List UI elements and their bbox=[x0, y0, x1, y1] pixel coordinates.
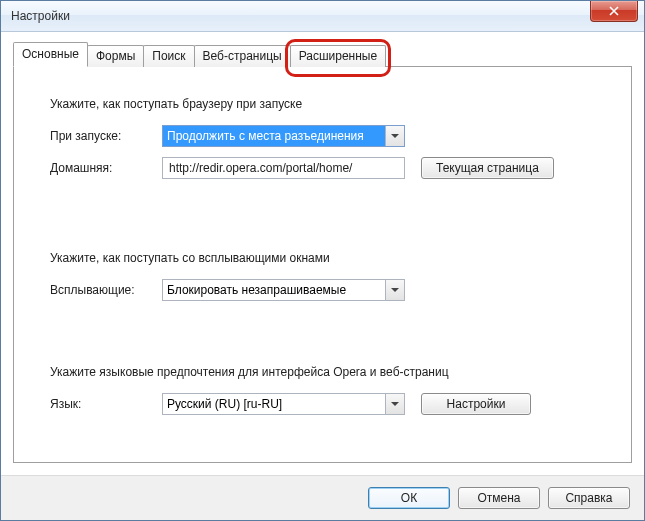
tab-panel-general: Укажите, как поступать браузеру при запу… bbox=[13, 66, 632, 463]
popups-label: Всплывающие: bbox=[50, 283, 162, 297]
tab-webpages[interactable]: Веб-страницы bbox=[194, 45, 291, 67]
titlebar: Настройки bbox=[1, 1, 644, 32]
popups-select[interactable]: Блокировать незапрашиваемые bbox=[162, 279, 405, 301]
button-label: ОК bbox=[401, 491, 417, 505]
chevron-down-icon bbox=[385, 126, 404, 146]
language-settings-button[interactable]: Настройки bbox=[421, 393, 531, 415]
tab-label: Веб-страницы bbox=[203, 49, 282, 63]
row-home: Домашняя: Текущая страница bbox=[50, 157, 595, 179]
window-title: Настройки bbox=[11, 9, 70, 23]
language-select[interactable]: Русский (RU) [ru-RU] bbox=[162, 393, 405, 415]
on-start-value: Продолжить с места разъединения bbox=[167, 129, 364, 143]
button-label: Текущая страница bbox=[436, 161, 539, 175]
spacer bbox=[50, 189, 595, 251]
popups-value: Блокировать незапрашиваемые bbox=[167, 283, 346, 297]
language-heading: Укажите языковые предпочтения для интерф… bbox=[50, 365, 595, 379]
startup-heading: Укажите, как поступать браузеру при запу… bbox=[50, 97, 595, 111]
button-label: Справка bbox=[565, 491, 612, 505]
tab-label: Основные bbox=[22, 47, 79, 61]
home-url-input[interactable] bbox=[167, 160, 400, 176]
spacer bbox=[50, 311, 595, 365]
tab-label: Формы bbox=[96, 49, 135, 63]
current-page-button[interactable]: Текущая страница bbox=[421, 157, 554, 179]
settings-window: Настройки Основные Формы Поиск Веб-стран… bbox=[0, 0, 645, 521]
row-on-start: При запуске: Продолжить с места разъедин… bbox=[50, 125, 595, 147]
on-start-select[interactable]: Продолжить с места разъединения bbox=[162, 125, 405, 147]
popups-heading: Укажите, как поступать со всплывающими о… bbox=[50, 251, 595, 265]
button-label: Настройки bbox=[447, 397, 506, 411]
on-start-label: При запуске: bbox=[50, 129, 162, 143]
language-value: Русский (RU) [ru-RU] bbox=[167, 397, 282, 411]
tab-search[interactable]: Поиск bbox=[143, 45, 194, 67]
ok-button[interactable]: ОК bbox=[368, 487, 450, 509]
tabstrip: Основные Формы Поиск Веб-страницы Расшир… bbox=[13, 42, 632, 66]
close-icon bbox=[609, 6, 619, 16]
tab-label: Расширенные bbox=[299, 49, 378, 63]
client-area: Основные Формы Поиск Веб-страницы Расшир… bbox=[1, 32, 644, 475]
tab-general[interactable]: Основные bbox=[13, 42, 88, 67]
row-popups: Всплывающие: Блокировать незапрашиваемые bbox=[50, 279, 595, 301]
close-button[interactable] bbox=[590, 1, 638, 22]
button-label: Отмена bbox=[477, 491, 520, 505]
help-button[interactable]: Справка bbox=[548, 487, 630, 509]
tab-label: Поиск bbox=[152, 49, 185, 63]
cancel-button[interactable]: Отмена bbox=[458, 487, 540, 509]
tab-advanced[interactable]: Расширенные bbox=[290, 45, 387, 67]
chevron-down-icon bbox=[385, 280, 404, 300]
dialog-footer: ОК Отмена Справка bbox=[1, 475, 644, 520]
language-label: Язык: bbox=[50, 397, 162, 411]
home-label: Домашняя: bbox=[50, 161, 162, 175]
row-language: Язык: Русский (RU) [ru-RU] Настройки bbox=[50, 393, 595, 415]
home-url-input-wrap bbox=[162, 157, 405, 179]
chevron-down-icon bbox=[385, 394, 404, 414]
tab-forms[interactable]: Формы bbox=[87, 45, 144, 67]
